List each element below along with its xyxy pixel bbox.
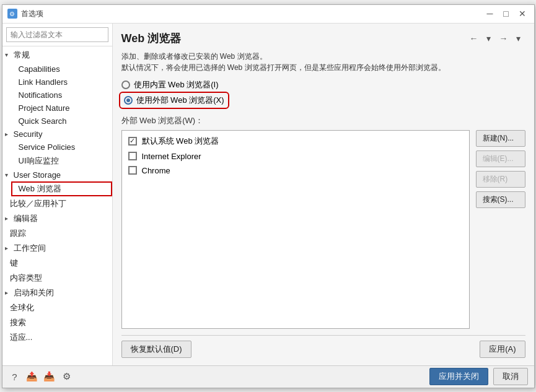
tree-area: ▾ 常规 Capabilities Link Handlers Notifica… — [2, 46, 112, 365]
bottom-right-buttons: 应用(A) — [480, 341, 525, 358]
settings-icon[interactable]: ⚙ — [61, 370, 73, 383]
sidebar-item-more[interactable]: 适应... — [2, 330, 112, 345]
bottom-left-buttons: 恢复默认值(D) — [121, 341, 191, 358]
side-buttons: 新建(N)... 编辑(E)... 移除(R) 搜索(S)... — [476, 130, 525, 329]
chevron-down-icon-2: ▾ — [5, 172, 12, 178]
sidebar-item-web-browser[interactable]: Web 浏览器 — [11, 181, 112, 196]
footer-left: ? 📤 📥 ⚙ — [9, 370, 73, 383]
user-storage-children: Web 浏览器 — [2, 181, 112, 196]
chevron-down-icon: ▾ — [5, 51, 12, 58]
cancel-button[interactable]: 取消 — [493, 368, 528, 385]
radio-internal-circle — [121, 81, 130, 89]
radio-external-label: 使用外部 Web 浏览器(X) — [136, 95, 224, 106]
browser-item-default[interactable]: 默认系统 Web 浏览器 — [122, 133, 469, 149]
sidebar-item-notifications[interactable]: Notifications — [11, 89, 112, 102]
title-bar: ⚙ 首选项 ─ □ ✕ — [2, 5, 534, 24]
back-dropdown-button[interactable]: ▾ — [482, 32, 496, 45]
remove-browser-button[interactable]: 移除(R) — [476, 171, 525, 188]
radio-external[interactable]: 使用外部 Web 浏览器(X) — [121, 94, 227, 107]
filter-input[interactable] — [6, 27, 108, 42]
sidebar-item-content-type[interactable]: 内容类型 — [2, 271, 112, 285]
checkbox-default[interactable] — [128, 137, 137, 146]
sidebar-item-general[interactable]: ▾ 常规 — [2, 48, 112, 63]
browser-list: 默认系统 Web 浏览器 Internet Explorer Chrome — [121, 130, 470, 329]
radio-internal[interactable]: 使用内置 Web 浏览器(I) — [121, 79, 525, 90]
browser-chrome-label: Chrome — [142, 166, 170, 175]
sidebar-item-capabilities[interactable]: Capabilities — [11, 63, 112, 76]
restore-defaults-button[interactable]: 恢复默认值(D) — [121, 341, 191, 358]
sidebar-item-link-handlers[interactable]: Link Handlers — [11, 76, 112, 89]
sidebar-item-globalization[interactable]: 全球化 — [2, 300, 112, 315]
panel-title: Web 浏览器 — [121, 31, 182, 46]
bottom-area: 恢复默认值(D) 应用(A) — [121, 335, 525, 358]
minimize-button[interactable]: ─ — [483, 7, 497, 20]
sidebar-item-project-nature[interactable]: Project Nature — [11, 102, 112, 115]
forward-button[interactable]: → — [497, 32, 511, 45]
sidebar-item-service-policies[interactable]: Service Policies — [11, 141, 112, 154]
browser-area: 默认系统 Web 浏览器 Internet Explorer Chrome 新建… — [121, 130, 525, 329]
radio-external-circle — [124, 96, 133, 105]
forward-dropdown-button[interactable]: ▾ — [512, 32, 525, 45]
sidebar-item-search[interactable]: 搜索 — [2, 315, 112, 330]
chevron-right-icon-4: ▸ — [5, 289, 12, 296]
new-browser-button[interactable]: 新建(N)... — [476, 130, 525, 147]
sidebar-item-startup-shutdown[interactable]: ▸ 启动和关闭 — [2, 285, 112, 300]
help-icon[interactable]: ? — [9, 370, 21, 383]
edit-browser-button[interactable]: 编辑(E)... — [476, 150, 525, 167]
browser-item-chrome[interactable]: Chrome — [122, 163, 469, 178]
main-content: ▾ 常规 Capabilities Link Handlers Notifica… — [2, 24, 534, 365]
sidebar-item-user-storage[interactable]: ▾ User Storage — [2, 168, 112, 181]
browser-item-ie[interactable]: Internet Explorer — [122, 149, 469, 163]
sidebar-item-compare-app[interactable]: 比较／应用补丁 — [2, 196, 112, 211]
footer: ? 📤 📥 ⚙ 应用并关闭 取消 — [2, 365, 534, 388]
chevron-right-icon-2: ▸ — [5, 215, 12, 222]
filter-input-wrapper — [2, 24, 112, 46]
sidebar-item-workspace[interactable]: ▸ 工作空间 — [2, 241, 112, 256]
sidebar: ▾ 常规 Capabilities Link Handlers Notifica… — [2, 24, 113, 365]
external-label: 外部 Web 浏览器(W)： — [121, 115, 525, 126]
panel-description: 添加、删除或者修改已安装的 Web 浏览器。 默认情况下，将会使用已选择的 We… — [121, 51, 525, 73]
apply-button[interactable]: 应用(A) — [480, 341, 525, 358]
back-button[interactable]: ← — [467, 32, 481, 45]
checkbox-chrome[interactable] — [128, 166, 137, 175]
sidebar-item-editor[interactable]: ▸ 编辑器 — [2, 211, 112, 226]
import-icon[interactable]: 📥 — [43, 370, 56, 383]
chevron-right-icon: ▸ — [5, 131, 12, 137]
sidebar-item-key[interactable]: 键 — [2, 256, 112, 271]
window-icon: ⚙ — [7, 9, 17, 19]
apply-close-button[interactable]: 应用并关闭 — [429, 368, 488, 385]
maximize-button[interactable]: □ — [499, 7, 513, 20]
radio-internal-label: 使用内置 Web 浏览器(I) — [134, 79, 219, 90]
panel-header: Web 浏览器 ← ▾ → ▾ — [121, 31, 525, 46]
browser-default-label: 默认系统 Web 浏览器 — [142, 136, 219, 147]
sidebar-item-ui-monitor[interactable]: UI响应监控 — [11, 154, 112, 168]
export-icon[interactable]: 📤 — [26, 370, 38, 383]
preferences-window: ⚙ 首选项 ─ □ ✕ ▾ 常规 Capabilities Link Handl… — [2, 4, 535, 388]
browser-ie-label: Internet Explorer — [142, 152, 201, 161]
right-panel: Web 浏览器 ← ▾ → ▾ 添加、删除或者修改已安装的 Web 浏览器。 默… — [113, 24, 534, 365]
sidebar-item-security[interactable]: ▸ Security — [2, 128, 112, 141]
sidebar-item-quick-search[interactable]: Quick Search — [11, 115, 112, 128]
security-children: Service Policies UI响应监控 — [2, 141, 112, 168]
checkbox-ie[interactable] — [128, 152, 137, 160]
search-browser-button[interactable]: 搜索(S)... — [476, 191, 525, 208]
footer-right: 应用并关闭 取消 — [429, 368, 528, 385]
close-button[interactable]: ✕ — [516, 7, 529, 20]
window-title: 首选项 — [21, 9, 483, 19]
chevron-right-icon-3: ▸ — [5, 245, 12, 251]
general-children: Capabilities Link Handlers Notifications… — [2, 63, 112, 128]
window-controls: ─ □ ✕ — [483, 7, 529, 20]
panel-toolbar: ← ▾ → ▾ — [467, 32, 525, 45]
sidebar-item-debug[interactable]: 跟踪 — [2, 226, 112, 241]
